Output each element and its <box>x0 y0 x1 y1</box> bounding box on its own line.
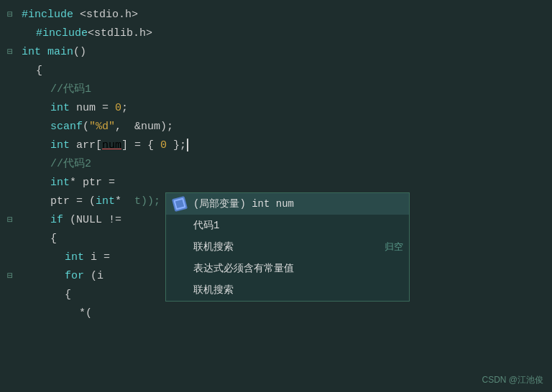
ac-icon-2 <box>172 218 188 233</box>
ac-icon-3 <box>172 239 188 255</box>
gutter-6 <box>0 99 20 118</box>
variable-icon <box>172 196 188 212</box>
code-line-9: //代码2 <box>0 155 552 174</box>
code-line-2: #include<stdlib.h> <box>0 24 552 43</box>
code-line-8: int arr[num] = { 0 }; <box>0 136 552 155</box>
code-line-5: //代码1 <box>0 80 552 99</box>
line-content-1: #include <stdio.h> <box>20 6 552 24</box>
code-line-1: ⊟ #include <stdio.h> <box>0 6 552 24</box>
ac-item-3[interactable]: 联机搜索 归空 <box>166 236 409 258</box>
gutter-4 <box>0 62 20 80</box>
ac-icon-5 <box>172 282 188 298</box>
collapse-1[interactable]: ⊟ <box>0 6 20 24</box>
line-content-10: int* ptr = <box>20 174 552 192</box>
line-content-5: //代码1 <box>20 80 552 99</box>
line-content-4: { <box>20 62 552 80</box>
ac-item-2[interactable]: 代码1 <box>166 215 409 236</box>
collapse-15[interactable]: ⊟ <box>0 267 20 286</box>
ac-item-5-label: 联机搜索 <box>193 284 234 297</box>
gutter-5 <box>0 80 20 99</box>
ac-icon-4 <box>172 261 188 276</box>
line-content-17: *( <box>20 304 552 323</box>
ac-item-3-right: 归空 <box>385 241 403 253</box>
gutter-13 <box>0 230 20 248</box>
gutter-10 <box>0 174 20 192</box>
gutter-2 <box>0 24 20 43</box>
ac-item-4-label: 表达式必须含有常量值 <box>193 262 294 275</box>
gutter-9 <box>0 155 20 174</box>
line-content-6: int num = 0; <box>20 99 552 118</box>
line-content-3: int main() <box>20 43 552 62</box>
ac-item-2-label: 代码1 <box>193 219 219 232</box>
code-line-10: int* ptr = <box>0 174 552 192</box>
code-editor: ⊟ #include <stdio.h> #include<stdlib.h> … <box>0 0 552 392</box>
ac-item-5[interactable]: 联机搜索 <box>166 279 409 301</box>
line-content-9: //代码2 <box>20 155 552 174</box>
code-line-6: int num = 0; <box>0 99 552 118</box>
code-line-3: ⊟ int main() <box>0 43 552 62</box>
gutter-14 <box>0 248 20 267</box>
ac-item-4[interactable]: 表达式必须含有常量值 <box>166 258 409 279</box>
collapse-3[interactable]: ⊟ <box>0 43 20 62</box>
ac-item-3-label: 联机搜索 <box>193 241 234 253</box>
gutter-16 <box>0 286 20 304</box>
gutter-7 <box>0 118 20 136</box>
ac-item-1[interactable]: (局部变量) int num <box>166 193 409 215</box>
line-content-2: #include<stdlib.h> <box>20 24 552 43</box>
line-content-7: scanf("%d", &num); <box>20 118 552 136</box>
gutter-17 <box>0 304 20 323</box>
gutter-8 <box>0 136 20 155</box>
code-line-4: { <box>0 62 552 80</box>
collapse-12[interactable]: ⊟ <box>0 211 20 230</box>
gutter-11 <box>0 192 20 211</box>
line-content-8: int arr[num] = { 0 }; <box>20 136 552 155</box>
code-line-7: scanf("%d", &num); <box>0 118 552 136</box>
autocomplete-dropdown[interactable]: (局部变量) int num 代码1 联机搜索 归空 表达式必须含有常量值 联机… <box>165 192 410 302</box>
code-line-17: *( <box>0 304 552 323</box>
watermark: CSDN @江池俊 <box>482 374 543 386</box>
ac-item-1-label: (局部变量) int num <box>193 197 294 210</box>
